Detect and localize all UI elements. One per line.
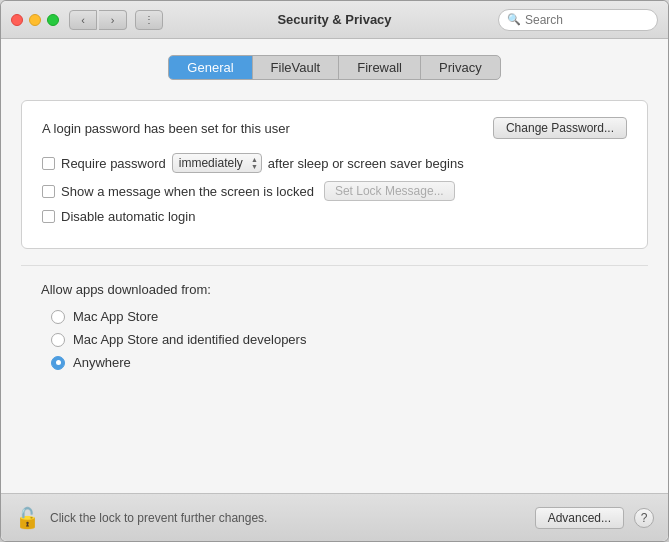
require-password-row: Require password immediately ▲▼ after sl… (42, 153, 627, 173)
help-icon: ? (641, 511, 648, 525)
disable-autologin-row: Disable automatic login (42, 209, 627, 224)
show-message-checkbox[interactable] (42, 185, 55, 198)
tab-general[interactable]: General (169, 56, 252, 79)
radio-group: Mac App Store Mac App Store and identifi… (41, 309, 628, 370)
require-password-label: Require password (61, 156, 166, 171)
window-title: Security & Privacy (277, 12, 391, 27)
radio-anywhere-inner (56, 360, 61, 365)
password-timing-dropdown[interactable]: immediately ▲▼ (172, 153, 262, 173)
dropdown-arrows-icon: ▲▼ (251, 156, 258, 170)
minimize-button[interactable] (29, 14, 41, 26)
search-box[interactable]: 🔍 (498, 9, 658, 31)
login-row: A login password has been set for this u… (42, 117, 627, 139)
window: ‹ › ⋮ Security & Privacy 🔍 General FileV… (0, 0, 669, 542)
set-lock-message-button[interactable]: Set Lock Message... (324, 181, 455, 201)
tab-privacy[interactable]: Privacy (421, 56, 500, 79)
advanced-button[interactable]: Advanced... (535, 507, 624, 529)
maximize-button[interactable] (47, 14, 59, 26)
nav-buttons: ‹ › (69, 10, 127, 30)
show-message-row: Show a message when the screen is locked… (42, 181, 627, 201)
tabs: General FileVault Firewall Privacy (21, 55, 648, 80)
radio-anywhere-button[interactable] (51, 356, 65, 370)
tab-filevault[interactable]: FileVault (253, 56, 340, 79)
main-content: A login password has been set for this u… (21, 100, 648, 493)
login-section: A login password has been set for this u… (21, 100, 648, 249)
titlebar: ‹ › ⋮ Security & Privacy 🔍 (1, 1, 668, 39)
content: General FileVault Firewall Privacy A log… (1, 39, 668, 493)
forward-button[interactable]: › (99, 10, 127, 30)
allow-apps-section: Allow apps downloaded from: Mac App Stor… (21, 282, 648, 370)
change-password-button[interactable]: Change Password... (493, 117, 627, 139)
lock-icon[interactable]: 🔓 (15, 506, 40, 530)
allow-apps-title: Allow apps downloaded from: (41, 282, 628, 297)
back-button[interactable]: ‹ (69, 10, 97, 30)
search-input[interactable] (525, 13, 649, 27)
apps-grid-button[interactable]: ⋮ (135, 10, 163, 30)
close-button[interactable] (11, 14, 23, 26)
footer: 🔓 Click the lock to prevent further chan… (1, 493, 668, 541)
require-password-suffix: after sleep or screen saver begins (268, 156, 464, 171)
lock-text: Click the lock to prevent further change… (50, 511, 525, 525)
tab-firewall[interactable]: Firewall (339, 56, 421, 79)
tab-group: General FileVault Firewall Privacy (168, 55, 500, 80)
disable-autologin-label: Disable automatic login (61, 209, 195, 224)
forward-icon: › (111, 14, 115, 26)
radio-anywhere-label: Anywhere (73, 355, 131, 370)
disable-autologin-checkbox[interactable] (42, 210, 55, 223)
radio-anywhere[interactable]: Anywhere (51, 355, 628, 370)
divider (21, 265, 648, 266)
help-button[interactable]: ? (634, 508, 654, 528)
radio-mac-app-store-button[interactable] (51, 310, 65, 324)
grid-icon: ⋮ (144, 14, 154, 25)
search-icon: 🔍 (507, 13, 521, 26)
show-message-label: Show a message when the screen is locked (61, 184, 314, 199)
radio-mac-app-store-label: Mac App Store (73, 309, 158, 324)
dropdown-value: immediately (179, 156, 243, 170)
radio-mac-app-store-identified-button[interactable] (51, 333, 65, 347)
traffic-lights (11, 14, 59, 26)
radio-mac-app-store[interactable]: Mac App Store (51, 309, 628, 324)
radio-mac-app-store-identified-label: Mac App Store and identified developers (73, 332, 306, 347)
radio-mac-app-store-identified[interactable]: Mac App Store and identified developers (51, 332, 628, 347)
require-password-checkbox[interactable] (42, 157, 55, 170)
back-icon: ‹ (81, 14, 85, 26)
login-password-label: A login password has been set for this u… (42, 121, 483, 136)
